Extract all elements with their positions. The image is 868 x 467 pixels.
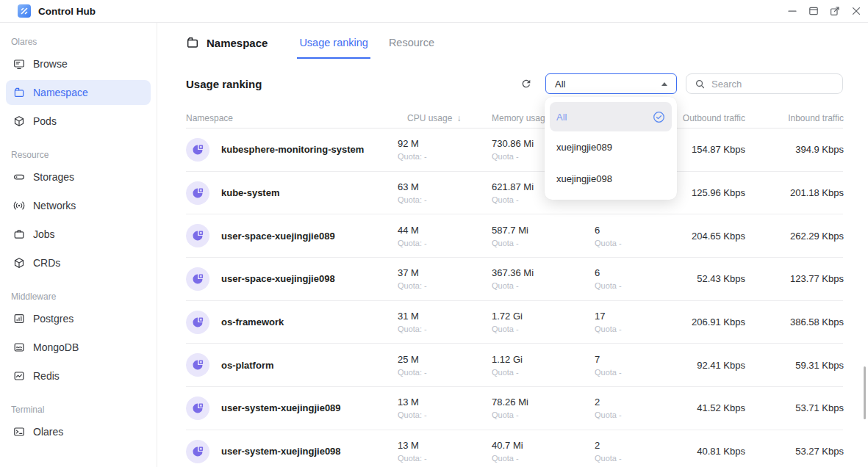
inbound-value: 394.9 Kbps: [745, 144, 844, 155]
sidebar-item-label: Storages: [33, 171, 74, 183]
memory-quota: Quota -: [492, 410, 585, 419]
sidebar-item-crds[interactable]: CRDs: [6, 250, 151, 275]
outbound-value: 92.41 Kbps: [662, 360, 745, 371]
pods-value: 2: [595, 397, 662, 408]
app-title: Control Hub: [38, 6, 96, 17]
toolbar: Usage ranking All: [186, 73, 843, 95]
search-input[interactable]: [711, 79, 834, 90]
cpu-value: 63 M: [398, 181, 482, 192]
outbound-value: 204.65 Kbps: [662, 231, 745, 242]
inbound-value: 59.31 Kbps: [745, 360, 844, 371]
sidebar-item-label: Networks: [33, 200, 76, 211]
cpu-value: 92 M: [398, 138, 482, 149]
table-row[interactable]: kubesphere-monitoring-system 92 MQuota: …: [186, 128, 843, 172]
namespace-avatar-icon: [186, 138, 209, 162]
sidebar-item-postgres[interactable]: Postgres: [6, 306, 151, 331]
memory-quota: Quota -: [492, 368, 585, 377]
cpu-value: 13 M: [398, 397, 482, 408]
storage-icon: [13, 171, 25, 183]
jobs-icon: [13, 228, 25, 240]
sidebar-section-label: Middleware: [6, 291, 151, 303]
cpu-quota: Quota: -: [398, 368, 482, 377]
memory-value: 1.12 Gi: [492, 354, 585, 365]
popout-button[interactable]: [828, 4, 842, 18]
table-row[interactable]: user-system-xuejingjie098 13 MQuota: - 4…: [186, 430, 843, 467]
pods-quota: Quota -: [595, 325, 662, 333]
table-row[interactable]: user-space-xuejingjie089 44 MQuota: - 58…: [186, 214, 843, 258]
restore-icon: [808, 5, 819, 17]
col-cpu-usage[interactable]: CPU usage↓: [398, 113, 482, 123]
namespace-name: user-system-xuejingjie089: [221, 402, 341, 413]
table-body: kubesphere-monitoring-system 92 MQuota: …: [186, 128, 843, 467]
col-namespace: Namespace: [186, 113, 398, 123]
sidebar-item-networks[interactable]: Networks: [6, 193, 151, 218]
namespace-avatar-icon: [186, 353, 209, 377]
cpu-value: 25 M: [398, 354, 482, 365]
sidebar-item-pods[interactable]: Pods: [6, 109, 151, 134]
dropdown-option-xuejingjie098[interactable]: xuejingjie098: [550, 163, 672, 195]
inbound-value: 201.18 Kbps: [745, 187, 844, 198]
namespace-name: user-space-xuejingjie098: [221, 273, 335, 284]
sidebar-item-label: Olares: [33, 426, 63, 438]
namespace-avatar-icon: [186, 267, 209, 291]
refresh-button[interactable]: [520, 77, 533, 90]
postgres-icon: [13, 313, 25, 325]
filter-select[interactable]: All: [545, 73, 677, 94]
filter-dropdown-panel: All xuejingjie089 xuejingjie098: [545, 97, 677, 200]
sidebar-item-jobs[interactable]: Jobs: [6, 222, 151, 247]
table-row[interactable]: os-framework 31 MQuota: - 1.72 GiQuota -…: [186, 301, 843, 344]
close-button[interactable]: [849, 4, 864, 18]
memory-value: 78.26 Mi: [492, 397, 585, 408]
cpu-quota: Quota: -: [398, 195, 482, 204]
pods-quota: Quota -: [595, 239, 662, 247]
table-row[interactable]: kube-system 63 MQuota: - 621.87 MiQuota …: [186, 172, 843, 215]
table-row[interactable]: user-system-xuejingjie089 13 MQuota: - 7…: [186, 387, 843, 430]
dropdown-option-xuejingjie089[interactable]: xuejingjie089: [550, 131, 672, 163]
pods-quota: Quota -: [595, 454, 662, 463]
outbound-value: 52.43 Kbps: [662, 273, 745, 284]
dropdown-option-all[interactable]: All: [550, 102, 672, 131]
main-panel: Namespace Usage ranking Resource Usage r…: [157, 23, 868, 467]
vertical-scrollbar-thumb[interactable]: [864, 366, 866, 419]
table-row[interactable]: user-space-xuejingjie098 37 MQuota: - 36…: [186, 258, 843, 301]
namespace-name: user-system-xuejingjie098: [221, 446, 341, 457]
page-title-wrap: Namespace: [186, 36, 268, 49]
close-icon: [850, 5, 862, 17]
search-box: [686, 73, 843, 94]
memory-quota: Quota -: [492, 454, 585, 463]
sidebar-item-label: CRDs: [33, 257, 60, 269]
mongodb-icon: [13, 341, 25, 353]
table-row[interactable]: os-platform 25 MQuota: - 1.12 GiQuota - …: [186, 344, 843, 387]
pods-value: 7: [595, 354, 662, 365]
tabs-row: Namespace Usage ranking Resource: [186, 29, 843, 56]
col-inbound-traffic: Inbound traffic: [745, 113, 844, 123]
sidebar-item-olares[interactable]: Olares: [6, 419, 151, 444]
sidebar-item-label: Jobs: [33, 228, 55, 240]
sidebar-section: Olares Browse Namespace Pods: [6, 36, 151, 134]
namespace-avatar-icon: [186, 440, 209, 463]
sidebar-item-storages[interactable]: Storages: [6, 164, 151, 189]
namespace-avatar-icon: [186, 311, 209, 334]
sidebar-item-browse[interactable]: Browse: [6, 51, 151, 76]
pods-quota: Quota -: [595, 281, 662, 290]
sidebar-item-namespace[interactable]: Namespace: [6, 80, 151, 105]
minimize-button[interactable]: [785, 4, 800, 18]
terminal-icon: [13, 426, 25, 438]
namespace-name: kube-system: [221, 187, 279, 198]
minimize-icon: [786, 5, 798, 17]
sidebar-item-mongodb[interactable]: MongoDB: [6, 335, 151, 360]
window-controls: [785, 4, 864, 18]
page-title: Namespace: [207, 37, 268, 49]
memory-value: 1.72 Gi: [492, 311, 585, 322]
cpu-quota: Quota: -: [398, 152, 482, 161]
pods-value: 6: [595, 225, 662, 236]
refresh-icon: [520, 78, 532, 90]
restore-button[interactable]: [806, 4, 821, 18]
tab-usage-ranking[interactable]: Usage ranking: [299, 35, 368, 50]
tab-resource[interactable]: Resource: [389, 35, 434, 50]
sidebar-item-redis[interactable]: Redis: [6, 363, 151, 388]
cpu-quota: Quota: -: [398, 325, 482, 333]
cpu-quota: Quota: -: [398, 454, 482, 463]
usage-table: Namespace CPU usage↓ Memory usage Outbou…: [186, 109, 843, 467]
namespace-avatar-icon: [186, 397, 209, 420]
